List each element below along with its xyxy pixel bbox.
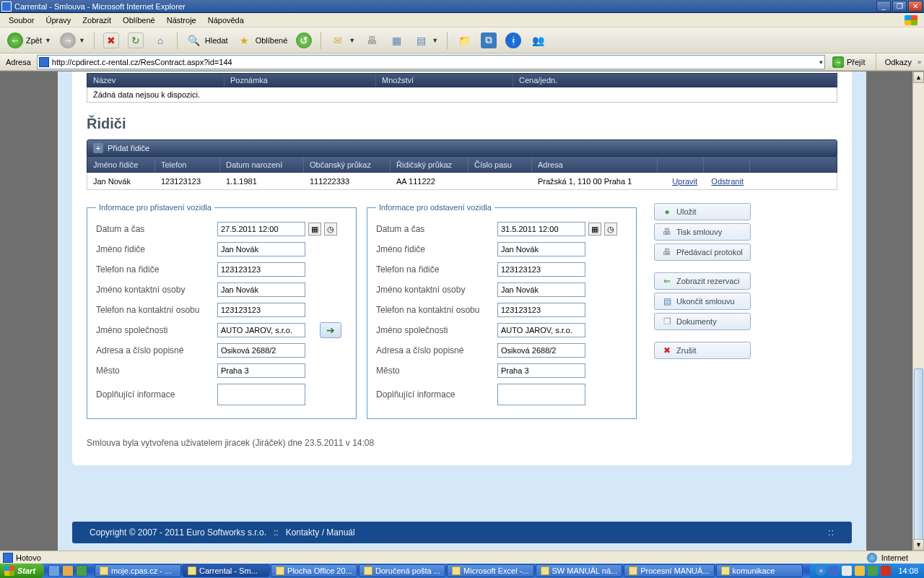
edit-button[interactable]: ▦ (385, 31, 407, 50)
minimize-button[interactable]: _ (876, 1, 891, 12)
address-bar: Adresa http://cpdirect.c-rental.cz/ResCo… (0, 53, 924, 71)
window-title: Carrental - Smlouva - Microsoft Internet… (14, 2, 186, 11)
menubar: Soubor Úpravy Zobrazit Oblíbené Nástroje… (0, 13, 924, 27)
page-icon (39, 57, 49, 67)
research-button[interactable]: ⧉ (478, 31, 500, 50)
messenger-button[interactable]: 👥 (527, 31, 549, 50)
menu-napoveda[interactable]: Nápověda (202, 14, 250, 26)
page-icon (1, 1, 12, 12)
forward-button[interactable]: →▼ (57, 31, 88, 50)
back-button[interactable]: ←Zpět▼ (4, 31, 54, 50)
address-input-wrap[interactable]: http://cpdirect.c-rental.cz/ResContract.… (37, 55, 825, 69)
history-button[interactable]: ↺ (293, 31, 315, 50)
toolbar: ←Zpět▼ →▼ ✖ ↻ ⌂ 🔍Hledat ★Oblíbené ↺ ✉▼ 🖶… (0, 27, 924, 53)
menu-soubor[interactable]: Soubor (3, 14, 40, 26)
close-button[interactable]: ✕ (908, 1, 923, 12)
links-label[interactable]: Odkazy (882, 58, 915, 66)
print-button[interactable]: 🖶 (361, 31, 383, 50)
refresh-button[interactable]: ↻ (125, 31, 147, 50)
discuss-button[interactable]: ▤▼ (410, 31, 441, 50)
mail-button[interactable]: ✉▼ (327, 31, 358, 50)
search-button[interactable]: 🔍Hledat (183, 31, 231, 50)
links-chevron[interactable]: » (918, 59, 921, 66)
folder-button[interactable]: 📁 (453, 31, 475, 50)
favorites-button[interactable]: ★Oblíbené (234, 31, 291, 50)
menu-nastroje[interactable]: Nástroje (161, 14, 202, 26)
go-button[interactable]: →Přejít (828, 55, 870, 69)
menu-oblibene[interactable]: Oblíbené (117, 14, 161, 26)
address-url: http://cpdirect.c-rental.cz/ResContract.… (52, 58, 816, 66)
stop-button[interactable]: ✖ (100, 31, 122, 50)
address-label: Adresa (3, 58, 34, 66)
menu-upravy[interactable]: Úpravy (40, 14, 77, 26)
menu-zobrazit[interactable]: Zobrazit (77, 14, 117, 26)
ie-logo (901, 14, 921, 27)
titlebar: Carrental - Smlouva - Microsoft Internet… (0, 0, 924, 13)
address-dropdown[interactable]: ▾ (819, 59, 823, 66)
home-button[interactable]: ⌂ (149, 31, 171, 50)
restore-button[interactable]: ❐ (892, 1, 907, 12)
bluetooth-button[interactable]: ᚼ (502, 31, 524, 50)
